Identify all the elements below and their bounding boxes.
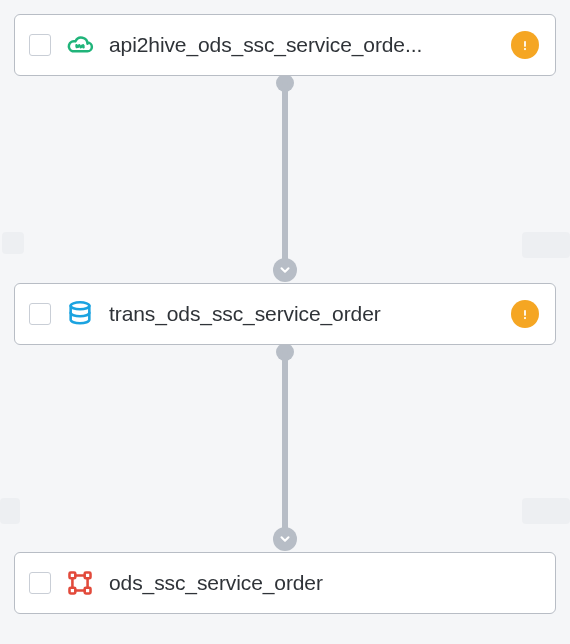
node-label: api2hive_ods_ssc_service_orde... <box>109 33 497 57</box>
exclamation-icon <box>518 307 532 321</box>
background-artifact <box>0 498 20 524</box>
node-label: ods_ssc_service_order <box>109 571 539 595</box>
chevron-down-icon <box>278 532 292 546</box>
background-artifact <box>522 498 570 524</box>
svg-point-1 <box>524 48 526 50</box>
background-artifact <box>522 232 570 258</box>
connector-line <box>282 82 288 262</box>
connector-line <box>282 351 288 531</box>
exclamation-icon <box>518 38 532 52</box>
dag-node-trans[interactable]: trans_ods_ssc_service_order <box>14 283 556 345</box>
topology-icon <box>65 568 95 598</box>
dag-node-api2hive[interactable]: api2hive_ods_ssc_service_orde... <box>14 14 556 76</box>
svg-rect-3 <box>524 310 526 316</box>
node-checkbox[interactable] <box>29 572 51 594</box>
status-warning-badge <box>511 31 539 59</box>
dag-canvas[interactable]: api2hive_ods_ssc_service_orde... trans_o… <box>0 0 570 644</box>
cloud-sync-icon <box>65 30 95 60</box>
dag-node-ods[interactable]: ods_ssc_service_order <box>14 552 556 614</box>
chevron-down-icon <box>278 263 292 277</box>
svg-point-4 <box>524 317 526 319</box>
svg-point-2 <box>71 302 90 309</box>
svg-rect-0 <box>524 41 526 47</box>
node-checkbox[interactable] <box>29 303 51 325</box>
background-artifact <box>2 232 24 254</box>
connector-arrow-down <box>273 527 297 551</box>
database-icon <box>65 299 95 329</box>
node-label: trans_ods_ssc_service_order <box>109 302 497 326</box>
node-checkbox[interactable] <box>29 34 51 56</box>
status-warning-badge <box>511 300 539 328</box>
connector-arrow-down <box>273 258 297 282</box>
